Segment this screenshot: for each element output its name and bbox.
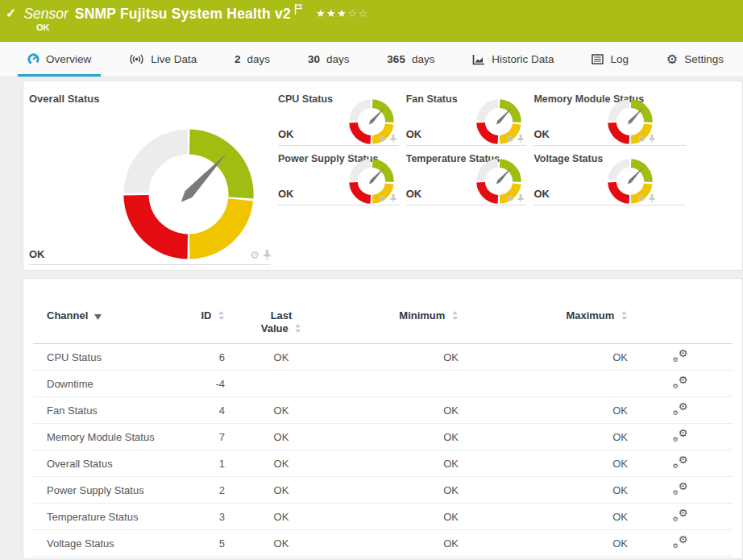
- channel-gauge-grid: CPU Status ⚙ OK Fan Status ⚙ OK Memory M…: [278, 86, 686, 205]
- cell-maximum: OK: [459, 477, 628, 504]
- tab-live-data[interactable]: Live Data: [119, 42, 206, 77]
- star-icon[interactable]: ★: [326, 7, 337, 19]
- tab-settings[interactable]: ⚙ Settings: [657, 42, 733, 77]
- channel-settings-gears-icon[interactable]: ⚙ ⚙: [673, 402, 688, 416]
- table-row-cpu-status: CPU Status 6 OK OK OK ⚙ ⚙: [33, 344, 733, 371]
- tile-status-value: OK: [406, 188, 422, 200]
- tile-status-value: OK: [29, 248, 45, 260]
- tile-status-value: OK: [278, 128, 294, 140]
- gear-icon: ⚙: [666, 53, 678, 66]
- channel-settings-gears-icon[interactable]: ⚙ ⚙: [673, 482, 688, 496]
- tile-status-value: OK: [533, 128, 550, 140]
- tile-pin-icon[interactable]: [649, 135, 655, 143]
- cell-minimum: OK: [338, 477, 459, 504]
- table-row-overall-status: Overall Status 1 OK OK OK ⚙ ⚙: [33, 450, 733, 477]
- tile-pin-icon[interactable]: [264, 250, 271, 260]
- cell-channel: Voltage Status: [33, 530, 176, 557]
- object-type-label: Sensor: [23, 6, 68, 23]
- tile-gear-icon[interactable]: ⚙: [507, 194, 515, 203]
- cell-id: 6: [176, 344, 225, 371]
- tile-gear-icon[interactable]: ⚙: [250, 250, 259, 260]
- tab-overview[interactable]: Overview: [18, 42, 101, 77]
- cell-id: 7: [176, 424, 225, 450]
- cell-maximum: OK: [459, 397, 628, 424]
- sensor-title: SNMP Fujitsu System Health v2: [75, 6, 291, 23]
- star-icon[interactable]: ★: [337, 7, 347, 19]
- status-check-icon: ✓: [6, 6, 16, 21]
- table-row-voltage-status: Voltage Status 5 OK OK OK ⚙ ⚙: [33, 530, 733, 557]
- cell-channel: Temperature Status: [33, 504, 176, 530]
- priority-stars[interactable]: ★★★☆☆: [316, 7, 369, 19]
- tile-gear-icon[interactable]: ⚙: [379, 135, 387, 143]
- column-header-id[interactable]: ID: [176, 305, 225, 344]
- tile-title: Overall Status: [29, 86, 271, 105]
- channel-settings-gears-icon[interactable]: ⚙ ⚙: [673, 508, 688, 522]
- sort-both-icon: [218, 311, 225, 320]
- column-header-channel[interactable]: Channel: [33, 305, 176, 344]
- star-icon[interactable]: ☆: [359, 7, 369, 19]
- table-row-fan-status: Fan Status 4 OK OK OK ⚙ ⚙: [33, 397, 733, 424]
- log-icon: [591, 54, 604, 64]
- tile-gear-icon[interactable]: ⚙: [637, 135, 645, 143]
- tile-status-value: OK: [533, 188, 550, 200]
- channel-settings-gears-icon[interactable]: ⚙ ⚙: [673, 535, 688, 549]
- column-header-maximum[interactable]: Maximum: [459, 305, 628, 344]
- tile-pin-icon[interactable]: [517, 194, 524, 203]
- tab-historic-data[interactable]: Historic Data: [463, 42, 563, 77]
- gauge-tile-voltage-status: Voltage Status ⚙ OK: [533, 146, 686, 205]
- cell-maximum: OK: [459, 450, 628, 477]
- gauge-tile-temperature-status: Temperature Status ⚙ OK: [406, 146, 527, 205]
- channel-settings-gears-icon[interactable]: ⚙ ⚙: [673, 429, 688, 442]
- cell-minimum: OK: [338, 424, 459, 450]
- tile-gear-icon[interactable]: ⚙: [507, 135, 515, 143]
- tile-status-value: OK: [406, 128, 422, 140]
- cell-channel: Power Supply Status: [33, 477, 176, 504]
- gauge-tile-cpu-status: CPU Status ⚙ OK: [278, 86, 399, 146]
- tile-pin-icon[interactable]: [390, 135, 396, 143]
- cell-id: -4: [176, 371, 225, 397]
- star-icon[interactable]: ☆: [347, 7, 358, 19]
- cell-minimum: OK: [338, 504, 459, 530]
- cell-minimum: OK: [338, 397, 459, 424]
- cell-channel: Memory Module Status: [33, 424, 176, 450]
- tile-gear-icon[interactable]: ⚙: [379, 194, 387, 203]
- table-row-downtime: Downtime -4 ⚙ ⚙: [33, 371, 733, 397]
- cell-last-value: OK: [225, 397, 338, 424]
- channel-settings-gears-icon[interactable]: ⚙ ⚙: [673, 349, 688, 363]
- channel-settings-gears-icon[interactable]: ⚙ ⚙: [673, 455, 688, 469]
- cell-id: 1: [176, 450, 225, 477]
- tile-pin-icon[interactable]: [390, 194, 396, 203]
- tile-pin-icon[interactable]: [649, 194, 655, 203]
- channels-table-panel: Channel ID Last Value Minimum: [23, 278, 743, 559]
- broadcast-icon: [129, 54, 144, 64]
- cell-last-value: OK: [225, 424, 338, 450]
- cell-minimum: OK: [338, 450, 459, 477]
- tab-30-days[interactable]: 30 days: [298, 42, 359, 77]
- tab-log[interactable]: Log: [582, 42, 638, 77]
- gauge-tile-overall-status: Overall Status OK ⚙: [29, 86, 271, 265]
- cell-channel: CPU Status: [33, 344, 176, 371]
- cell-minimum: OK: [338, 344, 459, 371]
- tab-2-days[interactable]: 2 days: [225, 42, 280, 77]
- star-icon[interactable]: ★: [316, 7, 326, 19]
- cell-id: 2: [176, 477, 225, 504]
- sensor-status-badge: OK: [36, 23, 50, 32]
- table-row-temperature-status: Temperature Status 3 OK OK OK ⚙ ⚙: [33, 504, 733, 530]
- cell-id: 3: [176, 504, 225, 530]
- cell-channel: Downtime: [33, 371, 176, 397]
- cell-minimum: [338, 371, 459, 397]
- tile-gear-icon[interactable]: ⚙: [637, 194, 645, 203]
- cell-maximum: OK: [459, 424, 628, 450]
- column-header-minimum[interactable]: Minimum: [338, 305, 459, 344]
- flag-icon[interactable]: [294, 4, 303, 15]
- cell-maximum: OK: [459, 504, 628, 530]
- cell-id: 4: [176, 397, 225, 424]
- table-row-memory-module-status: Memory Module Status 7 OK OK OK ⚙ ⚙: [33, 424, 733, 450]
- cell-last-value: OK: [225, 450, 338, 477]
- column-header-last-value[interactable]: Last Value: [225, 305, 338, 344]
- tile-pin-icon[interactable]: [517, 135, 524, 143]
- channel-settings-gears-icon[interactable]: ⚙ ⚙: [673, 375, 688, 389]
- overall-status-gauge: [121, 127, 256, 262]
- tab-365-days[interactable]: 365 days: [377, 42, 444, 77]
- cell-maximum: OK: [459, 530, 628, 557]
